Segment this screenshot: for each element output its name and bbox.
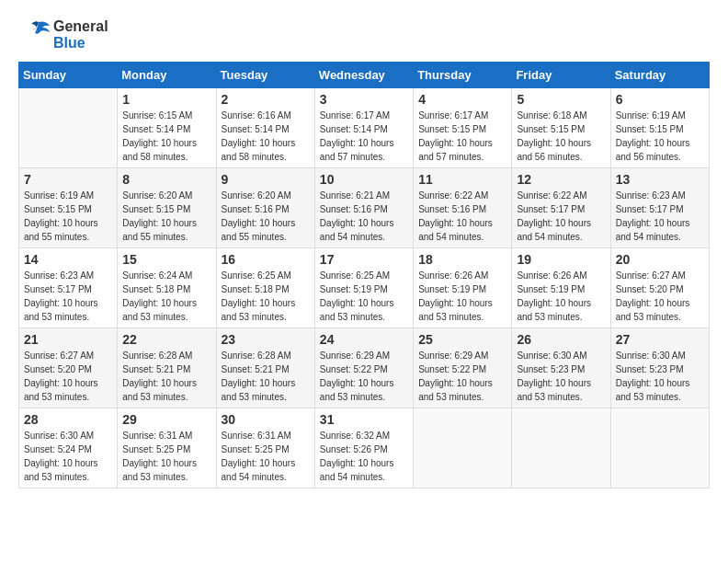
calendar-cell: 3Sunrise: 6:17 AM Sunset: 5:14 PM Daylig… [314,87,413,167]
day-info: Sunrise: 6:31 AM Sunset: 5:25 PM Dayligh… [222,429,310,484]
calendar-cell: 28Sunrise: 6:30 AM Sunset: 5:24 PM Dayli… [19,408,118,488]
week-row-4: 21Sunrise: 6:27 AM Sunset: 5:20 PM Dayli… [19,327,710,408]
calendar-cell: 24Sunrise: 6:29 AM Sunset: 5:22 PM Dayli… [314,327,413,408]
weekday-header-saturday: Saturday [610,62,709,87]
weekday-header-monday: Monday [118,62,216,87]
calendar-cell: 8Sunrise: 6:20 AM Sunset: 5:15 PM Daylig… [118,167,216,247]
day-number: 13 [616,172,704,187]
calendar-cell: 4Sunrise: 6:17 AM Sunset: 5:15 PM Daylig… [414,87,512,167]
calendar-cell: 12Sunrise: 6:22 AM Sunset: 5:17 PM Dayli… [512,167,610,247]
calendar-cell: 22Sunrise: 6:28 AM Sunset: 5:21 PM Dayli… [118,327,216,408]
weekday-header-friday: Friday [512,62,610,87]
day-number: 18 [418,252,506,267]
day-number: 24 [320,332,408,347]
day-info: Sunrise: 6:26 AM Sunset: 5:19 PM Dayligh… [517,269,605,324]
week-row-5: 28Sunrise: 6:30 AM Sunset: 5:24 PM Dayli… [19,408,710,488]
day-number: 1 [122,92,210,107]
calendar-cell: 26Sunrise: 6:30 AM Sunset: 5:23 PM Dayli… [512,327,610,408]
day-number: 27 [616,332,704,347]
calendar-cell: 19Sunrise: 6:26 AM Sunset: 5:19 PM Dayli… [512,247,610,327]
day-number: 3 [320,92,408,107]
logo: General Blue [18,18,108,52]
day-number: 12 [517,172,605,187]
week-row-3: 14Sunrise: 6:23 AM Sunset: 5:17 PM Dayli… [19,247,710,327]
calendar-cell: 31Sunrise: 6:32 AM Sunset: 5:26 PM Dayli… [314,408,413,488]
logo-text-container: General Blue [18,18,108,52]
day-info: Sunrise: 6:17 AM Sunset: 5:15 PM Dayligh… [418,109,506,164]
day-info: Sunrise: 6:25 AM Sunset: 5:19 PM Dayligh… [320,269,408,324]
day-number: 7 [24,172,112,187]
day-info: Sunrise: 6:16 AM Sunset: 5:14 PM Dayligh… [222,109,310,164]
calendar-cell: 14Sunrise: 6:23 AM Sunset: 5:17 PM Dayli… [19,247,118,327]
day-number: 31 [320,412,408,427]
day-number: 14 [24,252,112,267]
week-row-1: 1Sunrise: 6:15 AM Sunset: 5:14 PM Daylig… [19,87,710,167]
weekday-header-thursday: Thursday [414,62,512,87]
day-info: Sunrise: 6:29 AM Sunset: 5:22 PM Dayligh… [320,349,408,404]
logo-blue: Blue [53,35,108,52]
day-info: Sunrise: 6:30 AM Sunset: 5:23 PM Dayligh… [517,349,605,404]
day-number: 22 [122,332,210,347]
calendar-cell: 15Sunrise: 6:24 AM Sunset: 5:18 PM Dayli… [118,247,216,327]
day-info: Sunrise: 6:31 AM Sunset: 5:25 PM Dayligh… [122,429,210,484]
calendar-cell: 7Sunrise: 6:19 AM Sunset: 5:15 PM Daylig… [19,167,118,247]
day-number: 11 [418,172,506,187]
calendar-table: SundayMondayTuesdayWednesdayThursdayFrid… [18,62,710,488]
calendar-cell: 29Sunrise: 6:31 AM Sunset: 5:25 PM Dayli… [118,408,216,488]
calendar-cell: 6Sunrise: 6:19 AM Sunset: 5:15 PM Daylig… [610,87,709,167]
calendar-cell: 23Sunrise: 6:28 AM Sunset: 5:21 PM Dayli… [216,327,314,408]
day-info: Sunrise: 6:17 AM Sunset: 5:14 PM Dayligh… [320,109,408,164]
day-number: 2 [222,92,310,107]
calendar-cell: 11Sunrise: 6:22 AM Sunset: 5:16 PM Dayli… [414,167,512,247]
day-info: Sunrise: 6:15 AM Sunset: 5:14 PM Dayligh… [122,109,210,164]
day-number: 25 [418,332,506,347]
day-number: 20 [616,252,704,267]
day-info: Sunrise: 6:32 AM Sunset: 5:26 PM Dayligh… [320,429,408,484]
calendar-cell: 9Sunrise: 6:20 AM Sunset: 5:16 PM Daylig… [216,167,314,247]
day-info: Sunrise: 6:24 AM Sunset: 5:18 PM Dayligh… [122,269,210,324]
calendar-cell: 16Sunrise: 6:25 AM Sunset: 5:18 PM Dayli… [216,247,314,327]
day-info: Sunrise: 6:25 AM Sunset: 5:18 PM Dayligh… [222,269,310,324]
calendar-cell: 5Sunrise: 6:18 AM Sunset: 5:15 PM Daylig… [512,87,610,167]
calendar-cell [19,87,118,167]
day-info: Sunrise: 6:29 AM Sunset: 5:22 PM Dayligh… [418,349,506,404]
calendar-cell: 18Sunrise: 6:26 AM Sunset: 5:19 PM Dayli… [414,247,512,327]
day-info: Sunrise: 6:30 AM Sunset: 5:24 PM Dayligh… [24,429,112,484]
calendar-cell [414,408,512,488]
day-number: 9 [222,172,310,187]
header-row: SundayMondayTuesdayWednesdayThursdayFrid… [19,62,710,87]
logo-general: General [53,18,108,35]
day-number: 28 [24,412,112,427]
day-info: Sunrise: 6:21 AM Sunset: 5:16 PM Dayligh… [320,189,408,244]
day-info: Sunrise: 6:27 AM Sunset: 5:20 PM Dayligh… [24,349,112,404]
day-number: 23 [222,332,310,347]
calendar-cell: 25Sunrise: 6:29 AM Sunset: 5:22 PM Dayli… [414,327,512,408]
weekday-header-tuesday: Tuesday [216,62,314,87]
day-number: 4 [418,92,506,107]
day-info: Sunrise: 6:23 AM Sunset: 5:17 PM Dayligh… [24,269,112,324]
day-number: 26 [517,332,605,347]
calendar-cell: 10Sunrise: 6:21 AM Sunset: 5:16 PM Dayli… [314,167,413,247]
weekday-header-sunday: Sunday [19,62,118,87]
day-info: Sunrise: 6:20 AM Sunset: 5:16 PM Dayligh… [222,189,310,244]
calendar-cell: 20Sunrise: 6:27 AM Sunset: 5:20 PM Dayli… [610,247,709,327]
logo-bird-icon [18,18,51,52]
day-info: Sunrise: 6:22 AM Sunset: 5:16 PM Dayligh… [418,189,506,244]
calendar-cell: 1Sunrise: 6:15 AM Sunset: 5:14 PM Daylig… [118,87,216,167]
calendar-cell [512,408,610,488]
day-info: Sunrise: 6:26 AM Sunset: 5:19 PM Dayligh… [418,269,506,324]
calendar-cell: 17Sunrise: 6:25 AM Sunset: 5:19 PM Dayli… [314,247,413,327]
calendar-cell: 27Sunrise: 6:30 AM Sunset: 5:23 PM Dayli… [610,327,709,408]
calendar-cell: 30Sunrise: 6:31 AM Sunset: 5:25 PM Dayli… [216,408,314,488]
day-info: Sunrise: 6:18 AM Sunset: 5:15 PM Dayligh… [517,109,605,164]
day-number: 5 [517,92,605,107]
calendar-cell: 2Sunrise: 6:16 AM Sunset: 5:14 PM Daylig… [216,87,314,167]
day-info: Sunrise: 6:23 AM Sunset: 5:17 PM Dayligh… [616,189,704,244]
day-number: 17 [320,252,408,267]
day-number: 21 [24,332,112,347]
day-number: 30 [222,412,310,427]
day-number: 16 [222,252,310,267]
day-info: Sunrise: 6:30 AM Sunset: 5:23 PM Dayligh… [616,349,704,404]
day-number: 29 [122,412,210,427]
day-info: Sunrise: 6:28 AM Sunset: 5:21 PM Dayligh… [222,349,310,404]
